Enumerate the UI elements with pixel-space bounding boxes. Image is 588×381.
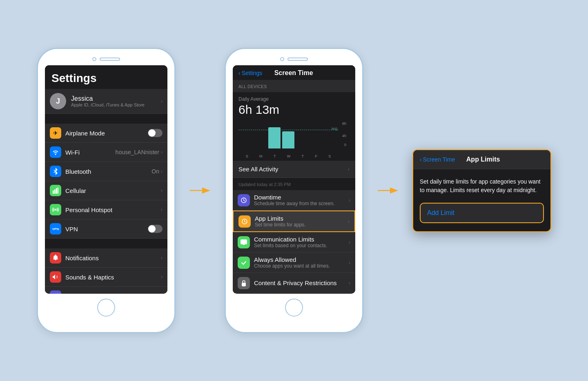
- always-allowed-icon: [238, 257, 250, 269]
- bluetooth-value: On ›: [151, 168, 163, 175]
- al-back-label: Screen Time: [423, 156, 455, 163]
- al-back-nav[interactable]: ‹ Screen Time: [420, 156, 455, 163]
- vpn-label: VPN: [65, 226, 78, 233]
- add-limit-button[interactable]: Add Limit: [420, 203, 544, 223]
- screen-time-page-title: Screen Time: [274, 69, 313, 77]
- dnd-icon: 🌙: [50, 290, 61, 294]
- airplane-toggle[interactable]: [148, 129, 163, 137]
- chart-container: 8h 4h 0 avg: [238, 121, 350, 153]
- cellular-icon: [50, 185, 61, 196]
- daily-avg-time: 6h 13m: [238, 103, 350, 117]
- settings-title: Settings: [51, 72, 161, 85]
- vpn-row[interactable]: VPN VPN: [45, 219, 167, 239]
- downtime-row[interactable]: Downtime Schedule time away from the scr…: [233, 190, 355, 210]
- phone-1-home-button[interactable]: [97, 299, 115, 317]
- notifications-row[interactable]: Notifications ›: [45, 248, 167, 268]
- chart-y-4h: 4h: [342, 134, 346, 138]
- personal-hotspot-content: Personal Hotspot ›: [65, 206, 163, 213]
- cellular-row[interactable]: Cellular ›: [45, 181, 167, 200]
- updated-bar: Updated today at 2:35 PM: [233, 178, 355, 190]
- account-row[interactable]: J Jessica Apple ID, iCloud, iTunes & App…: [45, 89, 167, 114]
- dnd-row[interactable]: 🌙 Do Not Disturb ›: [45, 287, 167, 294]
- account-info: Jessica Apple ID, iCloud, iTunes & App S…: [71, 95, 161, 107]
- content-privacy-row[interactable]: Content & Privacy Restrictions ›: [233, 273, 355, 293]
- personal-hotspot-row[interactable]: Personal Hotspot ›: [45, 200, 167, 219]
- daily-avg-label: Daily Average: [238, 96, 350, 102]
- chart-area: 8h 4h 0 avg: [233, 118, 355, 161]
- wifi-row[interactable]: Wi-Fi house_LANnister ›: [45, 143, 167, 162]
- bar-w: [282, 131, 294, 148]
- personal-hotspot-icon: [50, 204, 61, 215]
- notifications-content: Notifications ›: [65, 255, 163, 261]
- bluetooth-row[interactable]: Bluetooth On ›: [45, 162, 167, 181]
- all-devices-bar: ALL DEVICES: [233, 80, 355, 92]
- app-limits-row[interactable]: App Limits Set time limits for apps. ›: [233, 210, 355, 232]
- app-limits-icon: [238, 215, 251, 228]
- airplane-mode-label: Airplane Mode: [65, 130, 105, 137]
- wifi-label: Wi-Fi: [65, 149, 80, 156]
- avatar: J: [50, 93, 66, 109]
- always-allowed-chevron: ›: [349, 260, 350, 266]
- downtime-sub: Schedule time away from the screen.: [254, 201, 349, 206]
- phone-1-camera: [92, 57, 96, 61]
- section-gap-2: [45, 239, 167, 248]
- account-chevron: ›: [161, 98, 163, 104]
- day-t1: T: [274, 154, 276, 158]
- see-activity-text: See All Activity: [238, 166, 278, 173]
- phone-1-top: [42, 57, 170, 61]
- airplane-mode-content: Airplane Mode: [65, 129, 163, 137]
- screen-time-header: ‹ Settings Screen Time: [233, 65, 355, 80]
- notifications-chevron: ›: [161, 255, 163, 261]
- phone-2-speaker: [287, 58, 308, 61]
- back-label: Settings: [242, 70, 263, 76]
- sounds-row[interactable]: Sounds & Haptics ›: [45, 268, 167, 287]
- downtime-content: Downtime Schedule time away from the scr…: [254, 194, 349, 206]
- app-limits-chevron: ›: [348, 219, 350, 224]
- dnd-content: Do Not Disturb ›: [65, 293, 163, 294]
- account-subtitle: Apple ID, iCloud, iTunes & App Store: [71, 102, 161, 107]
- daily-avg-section: Daily Average 6h 13m: [233, 92, 355, 118]
- always-allowed-row[interactable]: Always Allowed Choose apps you want at a…: [233, 253, 355, 273]
- phone-1-screen: Settings J Jessica Apple ID, iCloud, iTu…: [45, 65, 167, 294]
- comm-limits-row[interactable]: Communication Limits Set limits based on…: [233, 232, 355, 253]
- chart-y-0: 0: [344, 143, 346, 147]
- al-description: Set daily time limits for app categories…: [413, 169, 550, 203]
- bluetooth-content: Bluetooth On ›: [65, 168, 163, 175]
- downtime-icon: [238, 194, 250, 206]
- svg-rect-1: [54, 189, 56, 194]
- wifi-value: house_LANnister ›: [116, 149, 163, 155]
- vpn-icon: VPN: [50, 223, 61, 235]
- al-back-chevron: ‹: [420, 156, 422, 163]
- svg-rect-2: [56, 188, 57, 194]
- phone-1-shell: Settings J Jessica Apple ID, iCloud, iTu…: [37, 48, 176, 333]
- app-limits-sub: Set time limits for apps.: [255, 222, 348, 228]
- content-privacy-icon: [238, 277, 250, 289]
- al-title: App Limits: [466, 156, 500, 163]
- settings-header: Settings: [45, 65, 167, 89]
- nav-back[interactable]: ‹ Settings: [238, 70, 262, 76]
- content-privacy-chevron: ›: [349, 280, 350, 286]
- dnd-label: Do Not Disturb: [65, 293, 105, 294]
- day-w: W: [287, 154, 291, 158]
- airplane-mode-row[interactable]: ✈ Airplane Mode: [45, 124, 167, 143]
- wifi-content: Wi-Fi house_LANnister ›: [65, 149, 163, 156]
- content-privacy-content: Content & Privacy Restrictions: [254, 279, 349, 286]
- comm-limits-chevron: ›: [349, 239, 350, 245]
- phone-2-shell: ‹ Settings Screen Time ALL DEVICES Daily…: [225, 48, 363, 333]
- svg-rect-3: [58, 187, 58, 194]
- wifi-icon: [50, 146, 61, 158]
- phone-2-home-button[interactable]: [285, 299, 303, 317]
- see-all-activity-row[interactable]: See All Activity ›: [233, 161, 355, 178]
- bluetooth-label: Bluetooth: [65, 168, 91, 175]
- al-desc-text: Set daily time limits for app categories…: [420, 177, 544, 195]
- day-t2: T: [302, 154, 304, 158]
- always-allowed-title: Always Allowed: [254, 256, 349, 263]
- cellular-chevron: ›: [161, 188, 163, 193]
- vpn-toggle[interactable]: [148, 225, 163, 233]
- account-name: Jessica: [71, 95, 161, 102]
- al-header: ‹ Screen Time App Limits: [413, 150, 550, 169]
- bar-t1: [268, 127, 281, 148]
- bluetooth-chevron: ›: [161, 168, 163, 174]
- chart-bars: [240, 124, 336, 148]
- personal-hotspot-chevron: ›: [161, 207, 163, 213]
